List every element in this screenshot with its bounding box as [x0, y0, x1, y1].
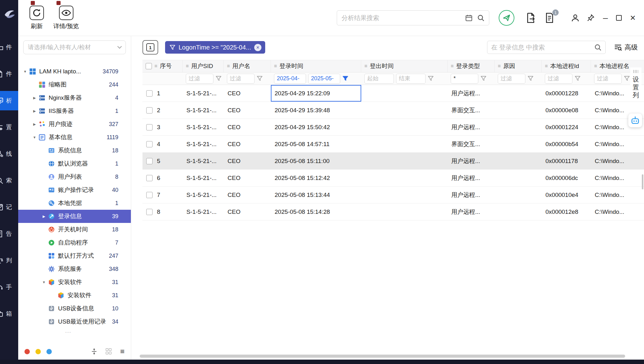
table-row[interactable]: 5S-1-5-21-...CEO2025-05-08 15:11:00用户远程.… — [142, 153, 644, 170]
cell-pname[interactable]: C:\Windo... — [591, 187, 644, 203]
cell-user[interactable]: CEO — [224, 102, 271, 119]
cell-login_time[interactable]: 2025-04-29 15:39:48 — [271, 102, 361, 119]
close-button[interactable]: ✕ — [630, 14, 636, 22]
cell-reason[interactable] — [495, 187, 542, 203]
column-header-4[interactable]: ≡登出时间 — [361, 60, 448, 72]
cell-login_time[interactable]: 2025-04-29 15:50:42 — [271, 119, 361, 135]
funnel-icon[interactable] — [528, 76, 534, 82]
row-checkbox[interactable] — [146, 209, 153, 215]
cell-logon_type[interactable]: 用户远程... — [448, 153, 495, 169]
tree-item-0[interactable]: ▼LAM KH lapto...34709 — [18, 65, 131, 78]
filter-input-5[interactable] — [451, 74, 478, 84]
cell-logout_time[interactable] — [361, 153, 448, 169]
tree-item-1[interactable]: 缩略图244 — [18, 78, 131, 91]
tree-item-3[interactable]: ▶IIS服务器1 — [18, 104, 131, 118]
cell-sid[interactable]: S-1-5-21-... — [183, 119, 224, 135]
maximize-button[interactable] — [616, 15, 622, 21]
cell-pname[interactable]: C:\Windo... — [591, 136, 644, 152]
nav-item-9[interactable]: 手 — [0, 277, 18, 297]
row-checkbox[interactable] — [146, 107, 153, 113]
nav-item-4[interactable]: 线 — [0, 144, 18, 164]
chevron-collapsed-icon[interactable]: ▶ — [31, 122, 38, 126]
table-row[interactable]: 2S-1-5-21-...CEO2025-04-29 15:39:48界面交互.… — [142, 102, 644, 119]
cell-sid[interactable]: S-1-5-21-... — [183, 187, 224, 203]
cell-sid[interactable]: S-1-5-21-... — [183, 102, 224, 119]
row-checkbox[interactable] — [146, 158, 153, 164]
filter-input-4[interactable] — [364, 74, 394, 84]
table-row[interactable]: 6S-1-5-21-...CEO2025-05-08 15:12:42用户远程.… — [142, 170, 644, 187]
nav-item-6[interactable]: 记 — [0, 198, 18, 217]
row-checkbox[interactable] — [146, 124, 153, 130]
ai-assistant-button[interactable] — [628, 113, 642, 127]
chip-close-icon[interactable]: ✕ — [254, 44, 261, 51]
cell-user[interactable]: CEO — [224, 119, 271, 135]
funnel-icon[interactable] — [575, 76, 581, 82]
filter-input-3[interactable] — [274, 74, 306, 84]
tree-item-18[interactable]: USB设备信息10 — [18, 302, 131, 315]
funnel-icon[interactable] — [624, 76, 630, 82]
row-index-cell[interactable]: 1 — [142, 85, 183, 102]
cell-reason[interactable] — [495, 85, 542, 102]
row-checkbox[interactable] — [146, 141, 153, 147]
table-row[interactable]: 3S-1-5-21-...CEO2025-04-29 15:50:42用户远程.… — [142, 119, 644, 136]
cell-pid[interactable]: 0x00000e08 — [542, 102, 591, 119]
tree-item-9[interactable]: 账户操作记录40 — [18, 183, 131, 197]
funnel-active-icon[interactable] — [342, 76, 348, 82]
cell-sid[interactable]: S-1-5-21-... — [183, 85, 224, 102]
cell-user[interactable]: CEO — [224, 153, 271, 169]
column-settings-tab[interactable]: 设置列 — [630, 67, 641, 102]
list-view-icon[interactable]: ≡ — [120, 348, 125, 355]
filter-input-1[interactable] — [186, 74, 213, 84]
search-icon[interactable] — [594, 44, 602, 51]
row-index-cell[interactable]: 3 — [142, 119, 183, 135]
search-icon[interactable] — [477, 14, 485, 22]
export-document-button[interactable] — [525, 12, 536, 24]
row-index-cell[interactable]: 6 — [142, 170, 183, 186]
cell-reason[interactable] — [495, 102, 542, 119]
cell-logon_type[interactable]: 用户远程... — [448, 119, 495, 135]
chevron-collapsed-icon[interactable]: ▶ — [31, 109, 38, 113]
cell-pname[interactable]: C:\Windo... — [591, 203, 644, 220]
tree-item-13[interactable]: 自启动程序7 — [18, 236, 131, 249]
cell-pname[interactable]: C:\Windo... — [591, 153, 644, 169]
cell-logout_time[interactable] — [361, 170, 448, 186]
select-all-checkbox[interactable] — [146, 63, 152, 69]
send-report-button[interactable] — [499, 10, 514, 26]
advanced-search-button[interactable]: 高级 — [614, 43, 638, 52]
nav-item-2[interactable]: 析 — [0, 91, 18, 110]
cell-logout_time[interactable] — [361, 85, 448, 102]
grid-view-icon[interactable] — [106, 348, 112, 355]
nav-item-3[interactable]: 置 — [0, 118, 18, 137]
filter-chip[interactable]: LogonTime >= "2025-04... ✕ — [165, 41, 265, 54]
table-row[interactable]: 4S-1-5-21-...CEO2025-05-08 14:57:11界面交互.… — [142, 136, 644, 153]
global-search-input[interactable] — [341, 14, 461, 22]
row-checkbox[interactable] — [146, 90, 153, 97]
cell-pid[interactable]: 0x000012e8 — [542, 203, 591, 220]
tree-item-10[interactable]: 本地凭据1 — [18, 197, 131, 210]
table-search-input[interactable] — [491, 44, 591, 51]
cell-logon_type[interactable]: 用户远程... — [448, 170, 495, 186]
tree-item-14[interactable]: 默认打开方式247 — [18, 249, 131, 262]
cell-reason[interactable] — [495, 119, 542, 135]
cell-pid[interactable]: 0x00001178 — [542, 153, 591, 169]
cell-pid[interactable]: 0x00001224 — [542, 119, 591, 135]
tree-item-12[interactable]: 开关机时间18 — [18, 223, 131, 236]
nav-item-0[interactable]: 件 — [0, 38, 18, 57]
cell-sid[interactable]: S-1-5-21-... — [183, 136, 224, 152]
yellow-tag-dot[interactable] — [35, 349, 41, 354]
cell-logon_type[interactable]: 界面交互... — [448, 136, 495, 152]
cell-pid[interactable]: 0x000010e4 — [542, 187, 591, 203]
column-header-1[interactable]: ≡用户SID — [183, 60, 224, 72]
filter-input-4[interactable] — [396, 74, 426, 84]
refresh-button[interactable]: 刷新 — [30, 6, 44, 30]
row-index-cell[interactable]: 7 — [142, 187, 183, 203]
user-account-icon[interactable] — [571, 13, 580, 22]
column-header-6[interactable]: ≡原因 — [495, 60, 542, 72]
cell-login_time[interactable]: 2025-05-08 15:13:44 — [271, 187, 361, 203]
cell-reason[interactable] — [495, 136, 542, 152]
cell-logon_type[interactable]: 用户远程... — [448, 203, 495, 220]
tree-item-7[interactable]: 默认浏览器1 — [18, 157, 131, 170]
cell-sid[interactable]: S-1-5-21-... — [183, 203, 224, 220]
row-index-cell[interactable]: 8 — [142, 203, 183, 220]
tree-item-16[interactable]: ▼安装软件31 — [18, 276, 131, 289]
